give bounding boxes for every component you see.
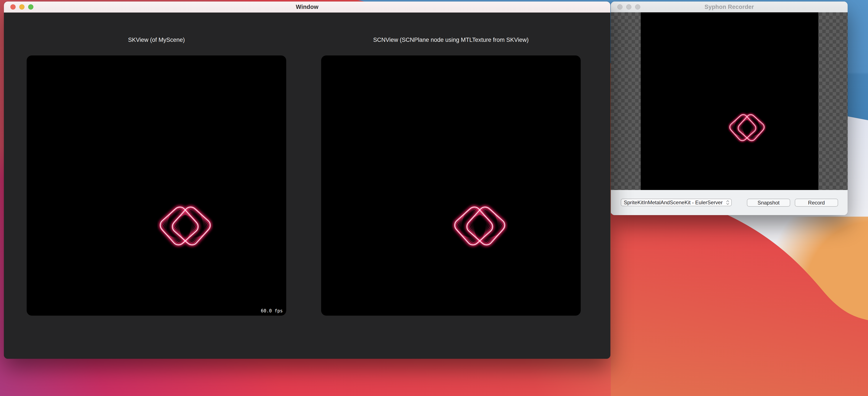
record-button-label: Record — [808, 200, 825, 206]
updown-chevron-icon — [726, 200, 730, 206]
server-select[interactable]: SpriteKitInMetalAndSceneKit - EulerServe… — [621, 199, 732, 206]
main-window-titlebar[interactable]: Window — [4, 1, 610, 12]
skview-rendered-shape — [157, 202, 213, 250]
syphon-rendered-shape — [727, 111, 766, 145]
server-select-value: SpriteKitInMetalAndSceneKit - EulerServe… — [624, 200, 726, 206]
desktop: Window SKView (of MyScene) SCNView (SCNP… — [0, 0, 868, 396]
skview-panel: 60.0 fps — [27, 56, 286, 316]
main-window: Window SKView (of MyScene) SCNView (SCNP… — [4, 1, 610, 359]
scnview-label: SCNView (SCNPlane node using MTLTexture … — [321, 37, 581, 43]
syphon-preview-video — [641, 12, 818, 190]
snapshot-button-label: Snapshot — [757, 200, 779, 206]
skview-label: SKView (of MyScene) — [27, 37, 286, 43]
syphon-window-title: Syphon Recorder — [611, 1, 848, 12]
syphon-titlebar[interactable]: Syphon Recorder — [611, 1, 848, 12]
snapshot-button[interactable]: Snapshot — [747, 199, 790, 207]
syphon-transparency-checkerboard — [611, 12, 848, 190]
record-button[interactable]: Record — [795, 199, 838, 207]
main-window-title: Window — [4, 1, 610, 12]
syphon-recorder-window: Syphon Recorder SpriteKitInMetalAndScene… — [611, 1, 848, 215]
fps-counter: 60.0 fps — [261, 308, 283, 313]
scnview-rendered-shape — [452, 202, 508, 250]
scnview-panel — [321, 56, 581, 316]
syphon-controls-bar: SpriteKitInMetalAndSceneKit - EulerServe… — [611, 190, 848, 215]
